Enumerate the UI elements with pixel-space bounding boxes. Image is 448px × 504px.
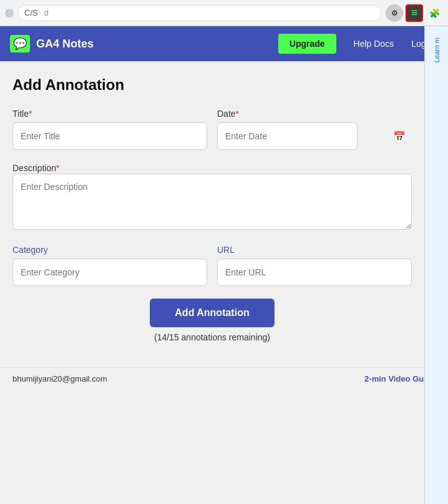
date-field-group: Date* 📅 [217,109,412,150]
extension-icon: ≡ [411,6,418,19]
url-input[interactable] [217,259,412,286]
date-input-wrapper: 📅 [217,122,412,150]
upgrade-button[interactable]: Upgrade [278,34,336,54]
title-required-star: * [29,109,32,119]
category-field-group: Category [12,245,207,286]
browser-ext-btn[interactable]: ⚙ [386,4,403,22]
description-input[interactable] [12,174,412,230]
browser-actions: ⚙ ≡ 🧩 [386,4,443,22]
app-logo: 💬 GA4 Notes [10,35,94,52]
title-input[interactable] [12,122,207,150]
browser-circle [5,9,14,17]
remaining-text: (14/15 annotations remaining) [12,332,412,342]
browser-bar: C/S d ⚙ ≡ 🧩 [0,0,448,26]
date-label: Date* [217,109,412,119]
side-panel: Learn m [424,26,448,504]
browser-ext-btn2[interactable]: 🧩 [426,4,443,22]
logo-chat-icon: 💬 [13,37,27,51]
category-input[interactable] [12,259,207,286]
title-date-row: Title* Date* 📅 [12,109,412,150]
date-required-star: * [236,109,239,119]
date-input[interactable] [217,122,358,150]
description-required-star: * [56,163,59,173]
footer-bar: bhumijiyani20@gmail.com 2-min Video Guid… [0,367,448,390]
calendar-icon: 📅 [393,131,406,142]
page-title: Add Annotation [12,76,412,94]
description-group: Description* [12,162,412,232]
add-annotation-button[interactable]: Add Annotation [150,299,275,327]
url-label: URL [217,245,412,255]
help-docs-link[interactable]: Help Docs [354,39,394,49]
footer-email: bhumijiyani20@gmail.com [12,374,107,383]
url-field-group: URL [217,245,412,286]
extension-highlight-btn[interactable]: ≡ [406,4,423,22]
title-label: Title* [12,109,207,119]
description-label: Description* [12,163,59,173]
browser-url[interactable]: C/S d [17,5,382,21]
title-field-group: Title* [12,109,207,150]
favicon-text: d [44,9,49,17]
app-title: GA4 Notes [36,37,94,51]
side-learn-more: Learn m [433,37,441,62]
category-url-row: Category URL [12,245,412,286]
main-content: Add Annotation Title* Date* 📅 Descriptio… [0,61,424,367]
category-label: Category [12,245,207,255]
app-header: 💬 GA4 Notes Upgrade Help Docs Logout [0,26,448,61]
url-text: C/S [24,8,38,17]
logo-icon: 💬 [10,35,30,52]
